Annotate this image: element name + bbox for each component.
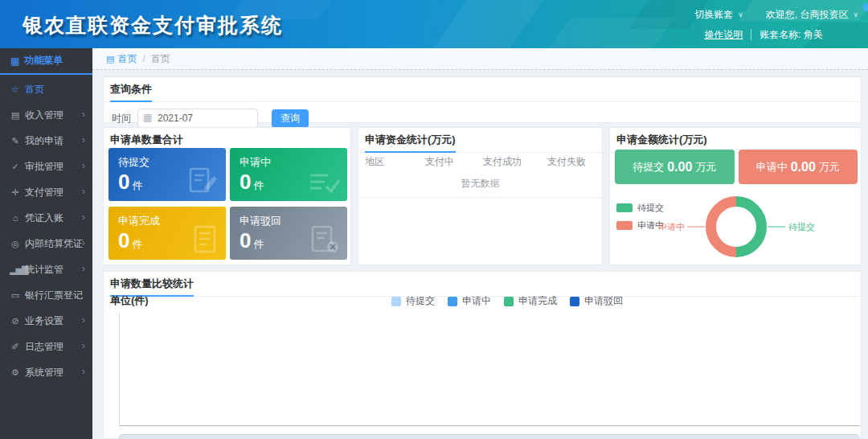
sidebar-item-voucher-entry[interactable]: ⌂ 凭证入账 › (0, 205, 92, 231)
summary-cards-panel: 申请单数量合计 待提交 0件 申请中 0件 (103, 127, 351, 265)
check-icon: ✓ (10, 162, 20, 172)
card-completed[interactable]: 申请完成 0件 (108, 207, 226, 260)
switch-account-link[interactable]: 切换账套 (694, 8, 733, 22)
document-icon: ▤ (10, 110, 20, 121)
plus-cross-icon: ✛ (10, 187, 20, 198)
sidebar-item-bank-draft[interactable]: ▭ 银行汇票登记 (0, 282, 92, 308)
document-lines-icon (190, 224, 219, 255)
chevron-right-icon: › (82, 340, 85, 351)
empty-data-placeholder: 暂无数据 (358, 170, 602, 198)
notification-dot (862, 3, 868, 11)
sidebar-item-label: 支付管理 (25, 186, 63, 199)
card-value: 0 (240, 170, 251, 194)
account-name-text: 账套名称: 角美 (760, 28, 823, 42)
sidebar-menu: ☆ 首页 ▤ 收入管理 › ✎ 我的申请 › ✓ 审批管理 › ✛ 支付管理 › (0, 75, 92, 385)
card-label: 申请驳回 (240, 214, 281, 228)
sidebar-item-label: 业务设置 (25, 314, 63, 328)
grid-menu-icon: ▦ (10, 55, 19, 67)
header-decor-shape (427, 0, 551, 48)
legend-item-pending[interactable]: 待提交 (391, 294, 435, 308)
chart-datazoom-slider[interactable] (119, 434, 859, 439)
sidebar-item-label: 日志管理 (25, 340, 63, 354)
chevron-right-icon: › (82, 314, 85, 326)
sidebar-item-internal-settlement[interactable]: ◎ 内部结算凭证 › (0, 231, 92, 256)
legend-swatch-blue (448, 297, 457, 306)
header-user-area: 切换账套 ∨ 欢迎您, 台商投资区 ∨ 操作说明 账套名称: 角美 (694, 6, 858, 43)
list-check-icon (307, 169, 341, 196)
legend-item-inprogress[interactable]: 申请中 (448, 294, 491, 308)
sidebar-item-label: 银行汇票登记 (25, 289, 83, 302)
sidebar-item-label: 我的申请 (25, 134, 63, 148)
briefcase-icon: ⌂ (10, 213, 20, 223)
legend-item-completed[interactable]: 申请完成 (504, 294, 557, 308)
sidebar-item-system[interactable]: ⚙ 系统管理 › (0, 359, 92, 385)
comparison-chart-header: 申请数量比较统计 (104, 272, 861, 297)
chevron-right-icon: › (82, 237, 85, 248)
sidebar-menu-header: ▦ 功能菜单 (0, 48, 92, 75)
search-button[interactable]: 查询 (272, 109, 309, 128)
sidebar-item-approval[interactable]: ✓ 审批管理 › (0, 154, 92, 179)
chevron-down-icon[interactable]: ∨ (738, 10, 743, 18)
operation-guide-link[interactable]: 操作说明 (704, 28, 743, 42)
chevron-down-icon[interactable]: ∨ (853, 10, 858, 18)
sidebar-item-payment[interactable]: ✛ 支付管理 › (0, 179, 92, 205)
sidebar-item-label: 统计监管 (25, 263, 63, 277)
document-reject-icon (309, 224, 341, 255)
donut-chart: 申请中 待提交 (610, 128, 861, 265)
menu-header-label: 功能菜单 (24, 54, 63, 68)
sidebar-item-label: 审批管理 (25, 160, 63, 174)
query-panel-header: 查询条件 (104, 77, 861, 102)
app-title: 银农直联资金支付审批系统 (23, 12, 283, 39)
sidebar-item-label: 系统管理 (25, 366, 63, 380)
card-rejected[interactable]: 申请驳回 0件 (230, 207, 347, 260)
sidebar-item-label: 收入管理 (25, 109, 63, 122)
sidebar-item-label: 内部结算凭证 (25, 237, 83, 251)
sidebar-item-my-applications[interactable]: ✎ 我的申请 › (0, 128, 92, 154)
card-unit: 件 (132, 179, 142, 191)
donut-label-left: 申请中 (658, 222, 685, 232)
legend-swatch-lightblue (391, 297, 401, 306)
sidebar-item-label: 首页 (25, 83, 44, 96)
query-panel-title: 查询条件 (110, 82, 152, 102)
card-pending-submit[interactable]: 待提交 0件 (108, 148, 226, 201)
breadcrumb-home-link[interactable]: 首页 (117, 52, 137, 66)
breadcrumb-separator: / (142, 53, 145, 64)
chart-plot-area (119, 312, 860, 426)
welcome-user-text[interactable]: 欢迎您, 台商投资区 (766, 8, 849, 22)
pencil-icon: ✎ (10, 136, 20, 146)
sidebar-item-income[interactable]: ▤ 收入管理 › (0, 102, 92, 128)
legend-label: 申请中 (462, 294, 491, 308)
sidebar-item-label: 凭证入账 (25, 211, 63, 225)
comparison-chart-panel: 申请数量比较统计 单位(件) 待提交 申请中 申请完成 申请驳回 (103, 271, 862, 439)
sidebar-item-statistics[interactable]: ▂▅▇ 统计监管 › (0, 256, 92, 282)
card-value: 0 (118, 170, 129, 194)
chevron-right-icon: › (82, 366, 85, 377)
card-label: 待提交 (118, 155, 149, 170)
funds-table-header: 申请资金统计(万元) (358, 128, 602, 153)
card-in-progress[interactable]: 申请中 0件 (230, 148, 347, 201)
chevron-right-icon: › (82, 186, 85, 197)
chevron-right-icon: › (82, 263, 85, 274)
edit-icon: ✐ (10, 342, 20, 352)
chevron-right-icon: › (82, 134, 85, 146)
legend-item-rejected[interactable]: 申请驳回 (570, 294, 623, 308)
card-icon: ▭ (10, 290, 20, 301)
sidebar-item-home[interactable]: ☆ 首页 (0, 76, 92, 102)
home-star-icon: ☆ (10, 84, 20, 95)
main-content: ▤ 首页 / 首页 查询条件 时间 ▦ 2021-07 查询 申请单数量合计 (92, 48, 868, 439)
app-window: 银农直联资金支付审批系统 切换账套 ∨ 欢迎您, 台商投资区 ∨ 操作说明 账套… (0, 0, 868, 439)
month-picker-input[interactable]: ▦ 2021-07 (137, 109, 258, 128)
calendar-icon: ▦ (143, 112, 152, 123)
funds-table-panel: 申请资金统计(万元) 地区 支付中 支付成功 支付失败 暂无数据 (358, 127, 603, 265)
legend-label: 申请驳回 (584, 294, 623, 308)
query-panel: 查询条件 时间 ▦ 2021-07 查询 (103, 76, 862, 123)
card-unit: 件 (253, 179, 264, 191)
sidebar-item-business-settings[interactable]: ⊘ 业务设置 › (0, 308, 92, 334)
link-icon: ⊘ (10, 316, 20, 326)
donut-label-right: 待提交 (788, 222, 815, 232)
bar-chart-icon: ▂▅▇ (10, 265, 20, 275)
card-value: 0 (240, 228, 251, 252)
legend-swatch-darkblue (570, 297, 579, 306)
gear-icon: ⚙ (10, 367, 20, 378)
sidebar-item-log[interactable]: ✐ 日志管理 › (0, 334, 92, 359)
